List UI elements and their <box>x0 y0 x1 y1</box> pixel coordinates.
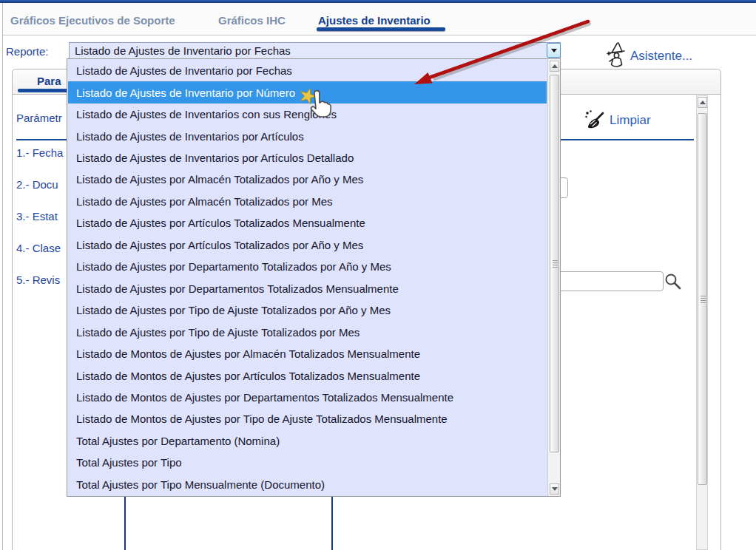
dropdown-item[interactable]: Listado de Ajustes por Almacén Totalizad… <box>68 191 547 212</box>
broom-icon <box>584 109 606 137</box>
report-dropdown-list: Listado de Ajustes de Inventario por Fec… <box>67 58 561 497</box>
dropdown-items: Listado de Ajustes de Inventario por Fec… <box>68 60 547 495</box>
report-select-dropdown-button[interactable] <box>547 43 561 58</box>
dropdown-item[interactable]: Listado de Montos de Ajustes por Artícul… <box>68 364 547 386</box>
dropdown-item[interactable]: Listado de Ajustes de Inventarios por Ar… <box>68 125 547 146</box>
dropdown-scrollbar[interactable] <box>547 59 560 496</box>
panel-scrollbar[interactable] <box>696 95 708 550</box>
dropdown-item[interactable]: Total Ajustes por Tipo <box>68 452 547 473</box>
report-select[interactable]: Listado de Ajustes de Inventario por Fec… <box>69 42 561 59</box>
scroll-up-icon[interactable] <box>698 97 707 108</box>
tab-parametros[interactable]: Para <box>37 75 61 87</box>
dropdown-item[interactable]: Listado de Montos de Ajustes por Departa… <box>68 387 547 408</box>
clear-button[interactable]: Limpiar <box>610 113 651 128</box>
dropdown-item[interactable]: Listado de Ajustes por Departamento Tota… <box>68 256 547 277</box>
dropdown-item[interactable]: Listado de Montos de Ajustes por Tipo de… <box>68 408 547 430</box>
tab-graficos-ejecutivos[interactable]: Gráficos Ejecutivos de Soporte <box>10 14 175 27</box>
tab-ajustes-inventario[interactable]: Ajustes de Inventario <box>318 14 431 27</box>
dropdown-item[interactable]: Listado de Ajustes de Inventario por Fec… <box>68 60 547 81</box>
assistant-link[interactable]: Asistente... <box>630 49 692 64</box>
parameters-heading: Parámetr <box>16 112 62 124</box>
dropdown-item[interactable]: Listado de Ajustes por Artículos Totaliz… <box>68 212 547 234</box>
dropdown-item[interactable]: Listado de Ajustes por Almacén Totalizad… <box>68 169 547 190</box>
dropdown-item[interactable]: Listado de Ajustes por Departamentos Tot… <box>68 278 547 299</box>
window-border <box>2 3 3 550</box>
dropdown-item[interactable]: Total Ajustes por Departamento (Nomina) <box>68 430 547 452</box>
wizard-icon <box>605 41 627 71</box>
scroll-down-icon[interactable] <box>550 483 559 495</box>
dropdown-scrollbar-thumb[interactable] <box>550 75 559 452</box>
report-label: Reporte: <box>6 45 49 58</box>
search-icon[interactable] <box>664 273 682 293</box>
report-select-value: Listado de Ajustes de Inventario por Fec… <box>75 44 291 57</box>
panel-scrollbar-thumb[interactable] <box>698 113 707 485</box>
dropdown-item[interactable]: Listado de Ajustes por Tipo de Ajuste To… <box>68 321 547 342</box>
dropdown-item[interactable]: Listado de Ajustes de Inventario por Núm… <box>68 81 547 103</box>
dropdown-item[interactable]: Total Ajustes por Tipo Mensualmente (Doc… <box>68 474 547 495</box>
scroll-up-icon[interactable] <box>550 61 559 72</box>
dropdown-item[interactable]: Listado de Ajustes de Inventarios con su… <box>68 103 547 125</box>
dropdown-item[interactable]: Listado de Ajustes por Artículos Totaliz… <box>68 234 547 256</box>
chevron-down-icon <box>551 49 557 52</box>
dropdown-item[interactable]: Listado de Montos de Ajustes por Almacén… <box>68 343 547 364</box>
dropdown-item[interactable]: Listado de Ajustes de Inventarios por Ar… <box>68 147 547 169</box>
tab-graficos-ihc[interactable]: Gráficos IHC <box>218 14 286 27</box>
dropdown-item[interactable]: Listado de Ajustes por Tipo de Ajuste To… <box>68 299 547 321</box>
active-tab-underline <box>317 27 445 31</box>
